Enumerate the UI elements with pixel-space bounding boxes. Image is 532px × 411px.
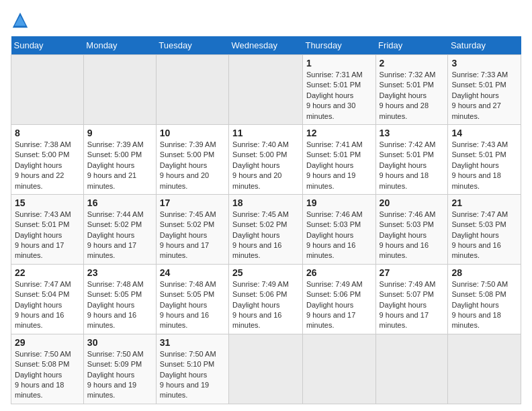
day-number: 25 xyxy=(232,267,299,278)
calendar-cell: 29Sunrise: 7:50 AMSunset: 5:08 PMDayligh… xyxy=(11,334,84,404)
calendar-cell xyxy=(11,55,84,125)
day-number: 1 xyxy=(306,58,372,68)
day-info: Sunrise: 7:47 AMSunset: 5:03 PMDaylight … xyxy=(451,210,517,261)
calendar-cell: 15Sunrise: 7:43 AMSunset: 5:01 PMDayligh… xyxy=(11,194,84,264)
calendar-cell: 12Sunrise: 7:41 AMSunset: 5:01 PMDayligh… xyxy=(302,124,375,194)
calendar-cell: 31Sunrise: 7:50 AMSunset: 5:10 PMDayligh… xyxy=(156,334,228,404)
calendar-cell: 10Sunrise: 7:39 AMSunset: 5:00 PMDayligh… xyxy=(156,124,228,194)
logo xyxy=(11,11,32,30)
day-number: 17 xyxy=(160,197,225,208)
day-number: 27 xyxy=(380,267,445,278)
calendar-cell xyxy=(448,334,521,404)
calendar-header-row: SundayMondayTuesdayWednesdayThursdayFrid… xyxy=(11,36,521,55)
week-row-2: 15Sunrise: 7:43 AMSunset: 5:01 PMDayligh… xyxy=(11,194,521,264)
calendar-cell: 27Sunrise: 7:49 AMSunset: 5:07 PMDayligh… xyxy=(375,264,448,334)
calendar-cell: 11Sunrise: 7:40 AMSunset: 5:00 PMDayligh… xyxy=(229,124,303,194)
day-number: 22 xyxy=(15,267,80,278)
day-number: 15 xyxy=(15,197,80,208)
day-info: Sunrise: 7:31 AMSunset: 5:01 PMDaylight … xyxy=(306,70,372,122)
calendar-cell: 17Sunrise: 7:45 AMSunset: 5:02 PMDayligh… xyxy=(156,194,228,264)
calendar-cell xyxy=(229,334,303,404)
day-number: 23 xyxy=(87,267,152,278)
calendar-cell xyxy=(83,55,156,125)
day-number: 8 xyxy=(15,128,80,138)
header-monday: Monday xyxy=(83,36,156,55)
day-info: Sunrise: 7:45 AMSunset: 5:02 PMDaylight … xyxy=(160,210,225,261)
day-number: 31 xyxy=(160,337,225,348)
day-info: Sunrise: 7:50 AMSunset: 5:09 PMDaylight … xyxy=(87,349,152,401)
week-row-3: 22Sunrise: 7:47 AMSunset: 5:04 PMDayligh… xyxy=(11,264,521,334)
day-info: Sunrise: 7:50 AMSunset: 5:08 PMDaylight … xyxy=(15,349,80,401)
calendar-cell: 20Sunrise: 7:46 AMSunset: 5:03 PMDayligh… xyxy=(375,194,448,264)
day-info: Sunrise: 7:49 AMSunset: 5:07 PMDaylight … xyxy=(380,279,445,331)
day-info: Sunrise: 7:44 AMSunset: 5:02 PMDaylight … xyxy=(87,210,152,261)
week-row-0: 1Sunrise: 7:31 AMSunset: 5:01 PMDaylight… xyxy=(11,55,521,125)
day-number: 20 xyxy=(380,197,445,208)
header-friday: Friday xyxy=(375,36,448,55)
calendar-cell: 26Sunrise: 7:49 AMSunset: 5:06 PMDayligh… xyxy=(302,264,375,334)
page-header xyxy=(11,11,521,30)
day-number: 13 xyxy=(380,128,445,138)
day-number: 2 xyxy=(380,58,445,68)
calendar-cell xyxy=(375,334,448,404)
day-number: 30 xyxy=(87,337,152,348)
day-number: 29 xyxy=(15,337,80,348)
day-info: Sunrise: 7:43 AMSunset: 5:01 PMDaylight … xyxy=(451,140,517,191)
day-info: Sunrise: 7:46 AMSunset: 5:03 PMDaylight … xyxy=(306,210,372,261)
header-thursday: Thursday xyxy=(302,36,375,55)
header-wednesday: Wednesday xyxy=(229,36,303,55)
calendar-cell: 22Sunrise: 7:47 AMSunset: 5:04 PMDayligh… xyxy=(11,264,84,334)
day-info: Sunrise: 7:50 AMSunset: 5:08 PMDaylight … xyxy=(451,279,517,331)
day-info: Sunrise: 7:47 AMSunset: 5:04 PMDaylight … xyxy=(15,279,80,331)
day-info: Sunrise: 7:45 AMSunset: 5:02 PMDaylight … xyxy=(232,210,299,261)
day-number: 11 xyxy=(232,128,299,138)
calendar-cell: 9Sunrise: 7:39 AMSunset: 5:00 PMDaylight… xyxy=(83,124,156,194)
day-info: Sunrise: 7:46 AMSunset: 5:03 PMDaylight … xyxy=(380,210,445,261)
calendar-cell xyxy=(156,55,228,125)
calendar-cell: 1Sunrise: 7:31 AMSunset: 5:01 PMDaylight… xyxy=(302,55,375,125)
day-number: 19 xyxy=(306,197,372,208)
day-number: 28 xyxy=(451,267,517,278)
day-info: Sunrise: 7:43 AMSunset: 5:01 PMDaylight … xyxy=(15,210,80,261)
day-number: 10 xyxy=(160,128,225,138)
calendar-cell xyxy=(229,55,303,125)
day-number: 9 xyxy=(87,128,152,138)
header-sunday: Sunday xyxy=(11,36,84,55)
day-info: Sunrise: 7:38 AMSunset: 5:00 PMDaylight … xyxy=(15,140,80,191)
calendar-cell: 8Sunrise: 7:38 AMSunset: 5:00 PMDaylight… xyxy=(11,124,84,194)
day-info: Sunrise: 7:32 AMSunset: 5:01 PMDaylight … xyxy=(380,70,445,122)
calendar-cell: 23Sunrise: 7:48 AMSunset: 5:05 PMDayligh… xyxy=(83,264,156,334)
day-info: Sunrise: 7:48 AMSunset: 5:05 PMDaylight … xyxy=(87,279,152,331)
calendar-cell: 30Sunrise: 7:50 AMSunset: 5:09 PMDayligh… xyxy=(83,334,156,404)
day-info: Sunrise: 7:50 AMSunset: 5:10 PMDaylight … xyxy=(160,349,225,401)
day-info: Sunrise: 7:39 AMSunset: 5:00 PMDaylight … xyxy=(87,140,152,191)
calendar-cell: 13Sunrise: 7:42 AMSunset: 5:01 PMDayligh… xyxy=(375,124,448,194)
day-info: Sunrise: 7:39 AMSunset: 5:00 PMDaylight … xyxy=(160,140,225,191)
calendar-cell: 2Sunrise: 7:32 AMSunset: 5:01 PMDaylight… xyxy=(375,55,448,125)
calendar-cell: 14Sunrise: 7:43 AMSunset: 5:01 PMDayligh… xyxy=(448,124,521,194)
day-info: Sunrise: 7:40 AMSunset: 5:00 PMDaylight … xyxy=(232,140,299,191)
day-info: Sunrise: 7:41 AMSunset: 5:01 PMDaylight … xyxy=(306,140,372,191)
day-info: Sunrise: 7:33 AMSunset: 5:01 PMDaylight … xyxy=(451,70,517,122)
day-info: Sunrise: 7:49 AMSunset: 5:06 PMDaylight … xyxy=(306,279,372,331)
week-row-4: 29Sunrise: 7:50 AMSunset: 5:08 PMDayligh… xyxy=(11,334,521,404)
week-row-1: 8Sunrise: 7:38 AMSunset: 5:00 PMDaylight… xyxy=(11,124,521,194)
calendar-cell: 18Sunrise: 7:45 AMSunset: 5:02 PMDayligh… xyxy=(229,194,303,264)
day-number: 21 xyxy=(451,197,517,208)
day-info: Sunrise: 7:48 AMSunset: 5:05 PMDaylight … xyxy=(160,279,225,331)
day-number: 18 xyxy=(232,197,299,208)
day-number: 26 xyxy=(306,267,372,278)
calendar-cell: 3Sunrise: 7:33 AMSunset: 5:01 PMDaylight… xyxy=(448,55,521,125)
calendar-cell xyxy=(302,334,375,404)
logo-icon xyxy=(11,11,30,30)
day-number: 3 xyxy=(451,58,517,68)
calendar-cell: 19Sunrise: 7:46 AMSunset: 5:03 PMDayligh… xyxy=(302,194,375,264)
day-number: 16 xyxy=(87,197,152,208)
day-number: 24 xyxy=(160,267,225,278)
header-saturday: Saturday xyxy=(448,36,521,55)
header-tuesday: Tuesday xyxy=(156,36,228,55)
day-info: Sunrise: 7:42 AMSunset: 5:01 PMDaylight … xyxy=(380,140,445,191)
calendar-cell: 21Sunrise: 7:47 AMSunset: 5:03 PMDayligh… xyxy=(448,194,521,264)
calendar-cell: 16Sunrise: 7:44 AMSunset: 5:02 PMDayligh… xyxy=(83,194,156,264)
day-number: 12 xyxy=(306,128,372,138)
